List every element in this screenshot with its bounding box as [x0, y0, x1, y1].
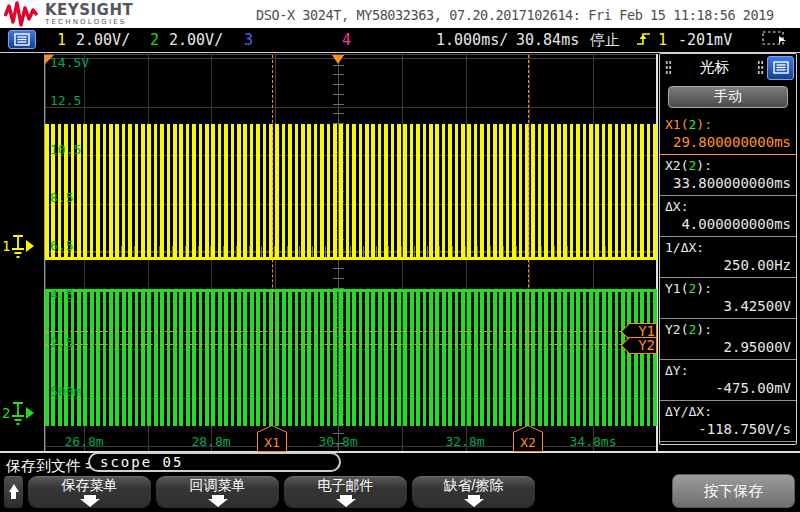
cursor-x1-tag-label: X1 — [257, 435, 287, 450]
ch1-waveform — [45, 124, 657, 260]
list-icon — [773, 61, 789, 74]
cursor-y2-tag-label: Y2 — [638, 337, 655, 353]
filename-input[interactable] — [88, 452, 341, 472]
y-axis-label: 4.5 — [50, 287, 73, 302]
cursor-row-dy: ΔY: -475.00mV — [660, 360, 796, 401]
softkey-email[interactable]: 电子邮件 — [284, 476, 407, 508]
cursor-panel-title: 光标 — [675, 58, 754, 77]
cursor-inv-dx-value: 250.00Hz — [665, 257, 791, 273]
softkey-save-menu[interactable]: 保存菜单 — [28, 476, 151, 508]
edge-trigger-icon — [636, 31, 652, 51]
down-arrow-icon — [336, 499, 356, 507]
x-axis-label: 34.8ms — [570, 434, 617, 449]
trigger-source[interactable]: 1 — [658, 31, 667, 49]
x-axis-label: 32.8m — [445, 434, 484, 449]
x-axis-label: 26.8m — [64, 434, 103, 449]
keysight-pulse-icon — [4, 1, 40, 27]
softkey-back-button[interactable] — [4, 476, 23, 508]
y-axis-label: 12.5 — [50, 93, 81, 108]
ch2-scale[interactable]: 2.00V/ — [169, 31, 223, 49]
y-axis-label: 6.5 — [50, 238, 73, 253]
ch2-number[interactable]: 2 — [150, 31, 159, 49]
row-label: X1( — [665, 117, 688, 132]
cursor-row-dx: ΔX: 4.000000000ms — [660, 196, 796, 237]
softkey-label: 保存菜单 — [62, 477, 118, 493]
x-axis-label: 30.8m — [318, 434, 357, 449]
cursor-row-dy-dx: ΔY/ΔX: -118.750V/s — [660, 401, 796, 442]
cursor-row-x2[interactable]: X2(2): 33.800000000ms — [660, 155, 796, 196]
cursor-row-y2[interactable]: Y2(2): 2.95000V — [660, 319, 796, 360]
cursor-dx-value: 4.000000000ms — [665, 216, 791, 232]
ch1-level-arrow-icon — [26, 240, 34, 252]
cursor-x1-tag[interactable]: X1 — [257, 425, 287, 452]
ground-icon — [11, 234, 25, 258]
cursor-x2-value: 33.800000000ms — [665, 175, 791, 191]
ch1-ground-marker[interactable]: 1 — [2, 234, 34, 258]
softkey-label: 缺省/擦除 — [444, 477, 504, 493]
cursor-x1-value: 29.800000000ms — [665, 134, 791, 150]
y-axis-label: 500m — [50, 384, 81, 399]
y-axis-label: 14.5V — [50, 55, 89, 70]
cursor-mode-button[interactable]: 手动 — [668, 86, 788, 108]
delay-reference-icon[interactable] — [332, 55, 344, 64]
softkey-label: 电子邮件 — [318, 477, 374, 493]
softkey-label: 回调菜单 — [190, 477, 246, 493]
grip-dots-icon — [757, 60, 764, 75]
cursor-x1-line[interactable] — [272, 55, 273, 452]
brand-name: KEYSIGHT — [45, 3, 133, 18]
cursor-x2-line[interactable] — [528, 55, 529, 452]
cursor-panel-title-bar[interactable]: 光标 — [660, 54, 796, 81]
cursor-row-y1[interactable]: Y1(2): 3.42500V — [660, 278, 796, 319]
instrument-title: DSO-X 3024T, MY58032363, 07.20.201710261… — [256, 7, 774, 23]
ch2-ground-marker[interactable]: 2 — [2, 401, 34, 425]
down-arrow-icon — [464, 499, 484, 507]
row-label: 1/ΔX: — [665, 240, 704, 255]
top-strip: KEYSIGHT TECHNOLOGIES DSO-X 3024T, MY580… — [0, 0, 800, 28]
cursor-y1-tag-label: Y1 — [638, 323, 655, 339]
cursor-row-inv-dx: 1/ΔX: 250.00Hz — [660, 237, 796, 278]
row-label: ΔX: — [665, 199, 688, 214]
softkey-default-erase[interactable]: 缺省/擦除 — [412, 476, 535, 508]
softkey-recall-menu[interactable]: 回调菜单 — [156, 476, 279, 508]
ch1-number[interactable]: 1 — [57, 31, 66, 49]
cursor-y1-value: 3.42500V — [665, 298, 791, 314]
row-label: ΔY: — [665, 363, 688, 378]
row-label: Y2( — [665, 322, 688, 337]
run-state[interactable]: 停止 — [590, 31, 620, 50]
row-label-suffix: ): — [696, 322, 712, 337]
select-box-icon[interactable] — [762, 31, 788, 51]
timebase-value[interactable]: 1.000ms/ — [436, 31, 508, 49]
save-to-file-label: 保存到文件 = — [6, 457, 94, 476]
ch3-number[interactable]: 3 — [244, 31, 253, 49]
ch4-number[interactable]: 4 — [342, 31, 351, 49]
ch2-waveform — [45, 289, 657, 426]
cursor-y2-line[interactable] — [45, 344, 657, 345]
y-axis-label: 2.5 — [50, 335, 73, 350]
ch1-waveform-baseline — [45, 257, 657, 260]
waveform-plot: 14.5V 12.5 10.5 8.5 6.5 4.5 2.5 500m 26.… — [44, 54, 656, 451]
status-bar: 1 2.00V/ 2 2.00V/ 3 4 1.000ms/ 30.84ms 停… — [0, 28, 800, 52]
trigger-level[interactable]: -201mV — [678, 31, 732, 49]
cursor-x2-tag[interactable]: X2 — [513, 425, 543, 452]
keysight-logo: KEYSIGHT TECHNOLOGIES — [4, 1, 133, 27]
row-label: X2( — [665, 158, 688, 173]
press-to-save-button[interactable]: 按下保存 — [672, 474, 795, 508]
cursor-dy-dx-value: -118.750V/s — [665, 421, 791, 437]
row-label: Y1( — [665, 281, 688, 296]
menu-button[interactable] — [8, 30, 36, 49]
up-arrow-icon — [9, 484, 19, 492]
down-arrow-icon — [80, 499, 100, 507]
ch2-waveform-topline — [45, 289, 657, 292]
cursor-y1-line[interactable] — [45, 331, 657, 332]
cursor-row-x1[interactable]: X1(2): 29.800000000ms — [660, 114, 796, 155]
delay-value[interactable]: 30.84ms — [516, 31, 579, 49]
ch2-marker-number: 2 — [2, 405, 10, 421]
ch1-scale[interactable]: 2.00V/ — [76, 31, 130, 49]
panel-menu-button[interactable] — [767, 56, 794, 80]
ch2-level-arrow-icon — [26, 407, 34, 419]
ground-icon — [11, 401, 25, 425]
cursor-panel: 光标 手动 X1(2): 29.800000000ms — [659, 53, 797, 445]
down-arrow-icon — [208, 499, 228, 507]
list-icon — [14, 33, 30, 46]
y-axis-label: 10.5 — [50, 142, 81, 157]
